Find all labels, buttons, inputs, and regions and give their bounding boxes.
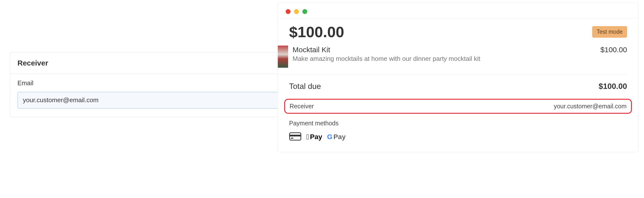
google-logo-icon: G bbox=[327, 133, 332, 141]
window-maximize-icon[interactable] bbox=[302, 9, 307, 14]
receiver-form-panel: Receiver Email bbox=[10, 52, 301, 117]
window-controls bbox=[278, 3, 638, 18]
email-label: Email bbox=[18, 79, 293, 87]
line-item: Mocktail Kit Make amazing mocktails at h… bbox=[278, 46, 627, 75]
payment-methods-icons:  Pay G Pay bbox=[289, 132, 627, 142]
payment-methods-label: Payment methods bbox=[289, 120, 627, 127]
test-mode-badge: Test mode bbox=[592, 26, 627, 38]
product-name: Mocktail Kit bbox=[292, 46, 596, 54]
window-close-icon[interactable] bbox=[286, 9, 290, 14]
receiver-highlight-row: Receiver your.customer@email.com bbox=[284, 99, 632, 114]
total-due-amount: $100.00 bbox=[598, 82, 627, 91]
total-row: Total due $100.00 bbox=[289, 75, 627, 98]
receiver-value: your.customer@email.com bbox=[554, 103, 626, 110]
google-pay-icon: G Pay bbox=[327, 133, 346, 141]
card-icon bbox=[289, 132, 301, 142]
receiver-title: Receiver bbox=[18, 59, 293, 67]
product-price: $100.00 bbox=[600, 46, 627, 54]
google-pay-text: Pay bbox=[334, 133, 346, 141]
window-minimize-icon[interactable] bbox=[294, 9, 299, 14]
total-due-label: Total due bbox=[289, 82, 321, 91]
receiver-form-header: Receiver bbox=[10, 52, 301, 74]
apple-pay-text: Pay bbox=[310, 133, 322, 141]
line-item-info: Mocktail Kit Make amazing mocktails at h… bbox=[292, 46, 596, 63]
svg-rect-1 bbox=[290, 135, 301, 136]
apple-logo-icon:  bbox=[306, 133, 309, 141]
price-header-row: $100.00 Test mode bbox=[289, 23, 627, 41]
receiver-label: Receiver bbox=[290, 103, 314, 110]
email-field[interactable] bbox=[18, 92, 293, 109]
apple-pay-icon:  Pay bbox=[306, 133, 322, 141]
product-description: Make amazing mocktails at home with our … bbox=[292, 55, 596, 63]
checkout-content: $100.00 Test mode Mocktail Kit Make amaz… bbox=[278, 18, 638, 152]
receiver-form-body: Email bbox=[10, 74, 301, 117]
svg-rect-2 bbox=[291, 138, 293, 139]
main-price: $100.00 bbox=[289, 23, 344, 41]
checkout-preview-window: $100.00 Test mode Mocktail Kit Make amaz… bbox=[278, 3, 638, 152]
product-image bbox=[278, 46, 288, 68]
